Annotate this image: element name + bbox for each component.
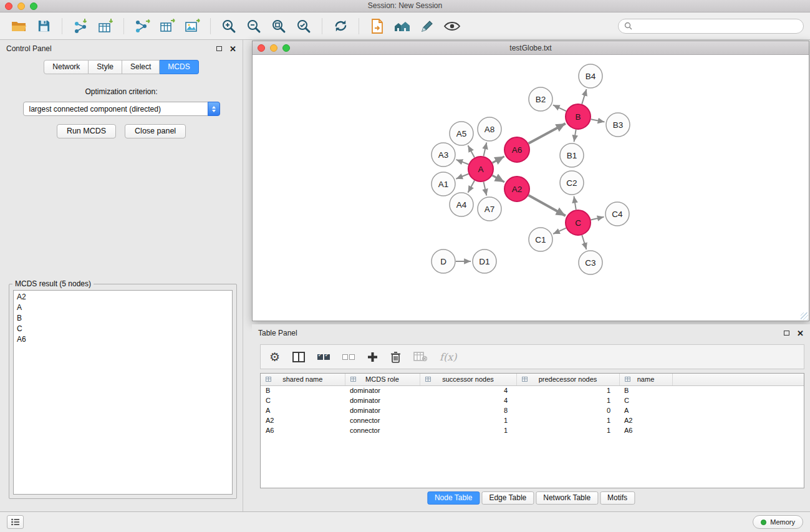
first-neighbors-button[interactable]	[365, 15, 390, 37]
graph-node-A7[interactable]: A7	[478, 197, 501, 221]
close-panel-button[interactable]: Close panel	[125, 124, 186, 138]
table-row[interactable]: A6connector11A6	[261, 425, 804, 435]
column-header-shared-name[interactable]: shared name	[261, 374, 345, 385]
table-row[interactable]: Cdominator41C	[261, 395, 804, 405]
zoom-in-button[interactable]	[216, 15, 241, 37]
graph-edge-A2-C[interactable]	[528, 195, 566, 216]
graph-edge-A-A7[interactable]	[484, 182, 487, 196]
tab-network-table[interactable]: Network Table	[536, 491, 598, 505]
task-history-button[interactable]	[7, 515, 24, 529]
export-image-button[interactable]	[180, 15, 205, 37]
tab-edge-table[interactable]: Edge Table	[481, 491, 534, 505]
graph-edge-C-C1[interactable]	[553, 228, 566, 234]
network-graph[interactable]: AA6A2BCA5A8A3A1A4A7B2B4B3B1C2C4C1C3DD1	[253, 56, 809, 321]
graph-edge-A-A5[interactable]	[468, 145, 475, 157]
show-hide-graphics-button[interactable]	[440, 15, 465, 37]
graph-node-B2[interactable]: B2	[529, 87, 552, 111]
zoom-out-button[interactable]	[241, 15, 266, 37]
column-header-name[interactable]: name	[619, 374, 672, 385]
float-table-panel-icon[interactable]	[784, 331, 789, 336]
table-settings-gear-icon[interactable]: ⚙	[269, 351, 280, 363]
table-row[interactable]: Adominator80A	[261, 405, 804, 415]
network-close-button[interactable]	[258, 44, 265, 52]
criterion-dropdown[interactable]: largest connected component (directed)	[23, 102, 220, 116]
graph-edge-A6-B[interactable]	[529, 123, 566, 143]
graph-edge-B-B3[interactable]	[591, 119, 605, 122]
show-columns-icon[interactable]	[292, 352, 305, 362]
mcds-result-item[interactable]: A2	[14, 292, 232, 302]
graph-node-A5[interactable]: A5	[450, 122, 473, 145]
graph-edge-A-A6[interactable]	[493, 157, 504, 163]
close-table-panel-icon[interactable]: ✕	[797, 329, 804, 337]
graph-node-C2[interactable]: C2	[560, 171, 584, 195]
graph-node-B[interactable]: B	[566, 104, 591, 129]
refresh-view-button[interactable]	[328, 15, 353, 37]
float-panel-icon[interactable]	[216, 46, 222, 51]
graph-edge-A-A1[interactable]	[456, 174, 468, 179]
graph-edge-C-C3[interactable]	[582, 235, 586, 249]
graph-node-C[interactable]: C	[566, 210, 591, 235]
graph-node-C1[interactable]: C1	[529, 228, 552, 251]
apply-style-button[interactable]	[415, 15, 440, 37]
network-overview-button[interactable]	[390, 15, 415, 37]
graph-node-B3[interactable]: B3	[606, 113, 630, 137]
table-row[interactable]: A2connector11A2	[261, 415, 804, 425]
search-input[interactable]	[636, 22, 798, 31]
tab-network[interactable]: Network	[44, 60, 89, 74]
graph-node-C3[interactable]: C3	[579, 251, 602, 274]
tab-node-table[interactable]: Node Table	[427, 491, 480, 505]
network-zoom-button[interactable]	[282, 44, 290, 52]
graph-node-A[interactable]: A	[468, 157, 493, 181]
table-row[interactable]: Bdominator41B	[261, 385, 804, 395]
mcds-result-item[interactable]: C	[14, 324, 232, 334]
zoom-selected-button[interactable]	[291, 15, 316, 37]
mcds-result-item[interactable]: B	[14, 313, 232, 324]
tab-mcds[interactable]: MCDS	[160, 60, 198, 74]
tab-motifs[interactable]: Motifs	[600, 491, 635, 505]
graph-edge-C-C4[interactable]	[591, 217, 604, 220]
mcds-result-item[interactable]: A	[14, 302, 232, 313]
graph-edge-A-A8[interactable]	[484, 143, 487, 157]
column-header-predecessor-nodes[interactable]: predecessor nodes	[516, 374, 619, 385]
graph-node-A3[interactable]: A3	[432, 143, 455, 167]
graph-node-D1[interactable]: D1	[473, 249, 496, 273]
graph-edge-B-B2[interactable]	[553, 105, 566, 111]
zoom-fit-button[interactable]	[266, 15, 291, 37]
open-session-button[interactable]	[6, 15, 31, 37]
create-column-plus-icon[interactable]	[367, 352, 378, 362]
run-mcds-button[interactable]: Run MCDS	[57, 124, 116, 138]
import-table-button[interactable]	[93, 15, 118, 37]
graph-edge-A-A2[interactable]	[492, 175, 504, 182]
mcds-result-list[interactable]: A2ABCA6	[13, 290, 233, 495]
graph-node-B4[interactable]: B4	[579, 64, 602, 88]
graph-node-A1[interactable]: A1	[432, 172, 455, 196]
network-canvas[interactable]: AA6A2BCA5A8A3A1A4A7B2B4B3B1C2C4C1C3DD1	[253, 56, 809, 321]
graph-node-C4[interactable]: C4	[605, 202, 629, 226]
column-header-successor-nodes[interactable]: successor nodes	[420, 374, 516, 385]
graph-node-B1[interactable]: B1	[560, 143, 584, 167]
mcds-result-item[interactable]: A6	[14, 334, 232, 345]
export-table-button[interactable]	[155, 15, 180, 37]
select-all-columns-icon[interactable]	[317, 354, 330, 360]
column-header-MCDS-role[interactable]: MCDS role	[345, 374, 420, 385]
graph-node-A8[interactable]: A8	[478, 117, 501, 141]
graph-edge-A-A4[interactable]	[468, 180, 475, 192]
graph-node-A6[interactable]: A6	[504, 137, 529, 162]
tab-style[interactable]: Style	[89, 60, 122, 74]
export-network-button[interactable]	[130, 15, 155, 37]
toolbar-search[interactable]	[618, 19, 804, 34]
save-session-button[interactable]	[31, 15, 56, 37]
import-network-button[interactable]	[68, 15, 93, 37]
memory-button[interactable]: Memory	[753, 515, 803, 529]
tab-select[interactable]: Select	[122, 60, 160, 74]
graph-node-A4[interactable]: A4	[450, 193, 473, 216]
graph-node-D[interactable]: D	[432, 249, 455, 273]
node-table[interactable]: shared nameMCDS rolesuccessor nodesprede…	[260, 373, 804, 488]
network-minimize-button[interactable]	[270, 44, 277, 52]
graph-edge-B-B4[interactable]	[582, 89, 586, 104]
graph-edge-A-A3[interactable]	[456, 160, 469, 165]
close-panel-icon[interactable]: ✕	[229, 45, 236, 53]
window-resize-grip[interactable]	[801, 312, 808, 320]
graph-node-A2[interactable]: A2	[504, 177, 529, 201]
graph-edge-B-B1[interactable]	[574, 130, 576, 142]
